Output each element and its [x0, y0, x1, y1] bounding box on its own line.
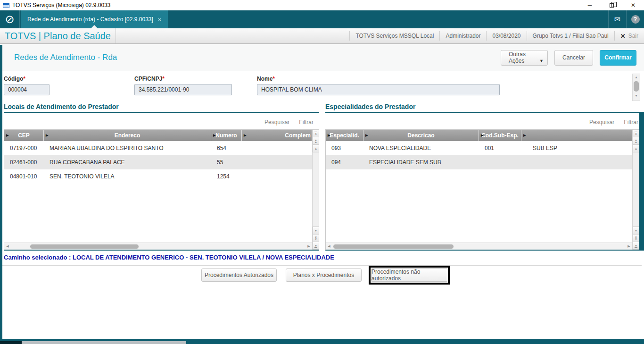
grid-header-row: ▶Especialid. ▶Descricao ▶Cod.Sub-Esp. ▶	[326, 130, 632, 141]
grid-row-down-icon[interactable]: ▼	[313, 227, 319, 235]
locais-grid: ▶CEP ▶Endereco ▶Numero ▶Complem 07197-00…	[4, 129, 319, 251]
scroll-up-icon[interactable]: ▲	[633, 74, 640, 80]
filter-link[interactable]: Filtrar	[299, 119, 314, 126]
grid-page-up-icon[interactable]: ▲▲	[313, 137, 319, 145]
column-header-numero[interactable]: ▶Numero	[211, 130, 242, 141]
column-header-complemento[interactable]: ▶Complem	[242, 130, 312, 141]
scrollbar-thumb[interactable]	[333, 244, 454, 249]
cell-numero: 55	[211, 159, 242, 166]
column-arrow-icon[interactable]: ▶	[523, 134, 526, 137]
especialidades-grid: ▶Especialid. ▶Descricao ▶Cod.Sub-Esp. ▶ …	[325, 129, 639, 251]
column-header-sub-descricao[interactable]: ▶	[521, 130, 632, 141]
grid-first-row-icon[interactable]: ▲	[633, 129, 639, 137]
horizontal-scrollbar[interactable]: ◀ ▶	[326, 243, 632, 250]
selected-path-label: Caminho selecionado :	[4, 254, 71, 261]
scrollbar-thumb[interactable]	[634, 81, 639, 92]
scroll-left-icon[interactable]: ◀	[4, 243, 11, 250]
grid-vertical-nav: ▲ ▲▲ ▲ ▼ ▼▼ ▼	[632, 130, 639, 250]
footer-corner-segment	[0, 341, 22, 344]
column-arrow-icon[interactable]: ▶	[481, 134, 483, 137]
form-scrollbar[interactable]: ▲ ▼	[632, 74, 640, 101]
cell-endereco: RUA COPACABANA PALACE	[44, 159, 211, 166]
scroll-right-icon[interactable]: ▶	[626, 243, 632, 250]
filter-link[interactable]: Filtrar	[624, 119, 638, 126]
planos-x-procedimentos-button[interactable]: Planos x Procedimentos	[286, 268, 362, 282]
tab-close-icon[interactable]: ×	[158, 16, 162, 23]
window-title: TOTVS Serviços (Microsiga) 02.9.0033	[12, 2, 111, 8]
codigo-label: Código*	[4, 76, 50, 82]
totvs-logo-icon[interactable]: ⊘	[0, 10, 20, 28]
column-arrow-icon[interactable]: ▶	[46, 134, 48, 137]
especialidades-section-title: Especialidades do Prestador	[325, 103, 644, 113]
grid-last-row-icon[interactable]: ▼	[633, 242, 639, 250]
table-row[interactable]: 094 ESPECIALIDADE SEM SUB	[326, 155, 632, 169]
grid-first-row-icon[interactable]: ▲	[313, 129, 319, 137]
minimize-icon[interactable]: ─	[579, 0, 601, 10]
grid-last-row-icon[interactable]: ▼	[313, 242, 319, 250]
required-asterisk: *	[162, 76, 165, 82]
help-icon[interactable]: ?	[626, 10, 644, 28]
scroll-right-icon[interactable]: ▶	[305, 243, 312, 250]
application-window: TOTVS Serviços (Microsiga) 02.9.0033 ─ ✕…	[0, 0, 644, 344]
cell-cod-sub-esp: 001	[479, 145, 521, 151]
search-link[interactable]: Pesquisar	[264, 119, 289, 126]
exit-button[interactable]: ✕ Sair	[614, 31, 644, 40]
grid-row-down-icon[interactable]: ▼	[633, 227, 639, 235]
grid-header-row: ▶CEP ▶Endereco ▶Numero ▶Complem	[4, 130, 312, 141]
cell-cep: 07197-000	[4, 145, 44, 151]
cell-numero: 654	[211, 145, 242, 151]
scroll-left-icon[interactable]: ◀	[326, 243, 332, 250]
grid-page-down-icon[interactable]: ▼▼	[313, 234, 319, 242]
locais-atendimento-panel: Locais de Atendimento do Prestador Pesqu…	[4, 103, 319, 251]
procedimentos-nao-autorizados-button[interactable]: Procedimentos não autorizados	[371, 268, 447, 282]
nome-field[interactable]: HOSPITAL BOM CLIMA	[257, 84, 500, 95]
tab-rede-atendimento[interactable]: Rede de Atendimento (rda) - Cadastro [02…	[21, 10, 168, 28]
other-actions-label: Outras Ações	[509, 51, 535, 64]
table-row[interactable]: 02461-000 RUA COPACABANA PALACE 55	[4, 155, 312, 169]
column-arrow-icon[interactable]: ▶	[213, 134, 215, 137]
table-row[interactable]: 093 NOVA ESPECIALIDADE 001 SUB ESP	[326, 141, 632, 155]
footer-scrollbar-thumb[interactable]	[22, 341, 186, 344]
column-arrow-icon[interactable]: ▶	[6, 134, 8, 137]
cell-especialidade: 093	[326, 145, 363, 151]
user-label: Administrador	[439, 31, 486, 40]
cell-endereco: SEN. TEOTONIO VILELA	[44, 173, 211, 180]
column-header-cod-sub-esp[interactable]: ▶Cod.Sub-Esp.	[479, 130, 521, 141]
horizontal-scrollbar[interactable]: ◀ ▶	[4, 243, 312, 250]
footer-scrollbar[interactable]	[0, 341, 644, 344]
other-actions-button[interactable]: Outras Ações ▼	[501, 50, 548, 66]
divider	[2, 265, 642, 266]
tab-label: Rede de Atendimento (rda) - Cadastro [02…	[27, 16, 153, 23]
grid-row-up-icon[interactable]: ▲	[313, 144, 319, 152]
restore-icon[interactable]	[601, 0, 622, 10]
codigo-field[interactable]: 000004	[4, 84, 50, 95]
column-header-cep[interactable]: ▶CEP	[4, 130, 44, 141]
scrollbar-thumb[interactable]	[30, 244, 139, 249]
table-row[interactable]: 07197-000 MARIANA UBALDINA DO ESPIRITO S…	[4, 141, 312, 155]
column-header-especialidade[interactable]: ▶Especialid.	[326, 130, 363, 141]
column-arrow-icon[interactable]: ▶	[365, 134, 368, 137]
confirm-button[interactable]: Confirmar	[600, 50, 636, 66]
form-area: Código* 000004 CPF/CNPJ* 34.585.221/0001…	[2, 71, 644, 103]
column-header-endereco[interactable]: ▶Endereco	[44, 130, 211, 141]
scroll-down-icon[interactable]: ▼	[633, 92, 640, 99]
grid-row-up-icon[interactable]: ▲	[633, 144, 639, 152]
grid-page-down-icon[interactable]: ▼▼	[633, 234, 639, 242]
procedimentos-autorizados-button[interactable]: Procedimentos Autorizados	[201, 268, 277, 282]
search-link[interactable]: Pesquisar	[589, 119, 614, 126]
cpf-cnpj-field[interactable]: 34.585.221/0001-90	[134, 84, 232, 95]
column-header-descricao[interactable]: ▶Descricao	[363, 130, 479, 141]
cell-especialidade: 094	[326, 159, 363, 166]
app-header: TOTVS | Plano de Saúde TOTVS Serviços MS…	[0, 28, 644, 44]
table-row[interactable]: 04801-010 SEN. TEOTONIO VILELA 1254	[4, 169, 312, 184]
grid-page-up-icon[interactable]: ▲▲	[633, 137, 639, 145]
close-icon[interactable]: ✕	[622, 0, 644, 10]
exit-label: Sair	[628, 33, 638, 39]
cancel-button[interactable]: Cancelar	[554, 50, 593, 66]
especialidades-panel: Especialidades do Prestador Pesquisar Fi…	[325, 103, 644, 251]
cell-sub-descricao: SUB ESP	[521, 145, 632, 151]
column-arrow-icon[interactable]: ▶	[328, 134, 330, 137]
column-arrow-icon[interactable]: ▶	[244, 134, 246, 137]
cell-descricao: ESPECIALIDADE SEM SUB	[363, 159, 479, 166]
mail-icon[interactable]: ✉	[608, 10, 626, 28]
